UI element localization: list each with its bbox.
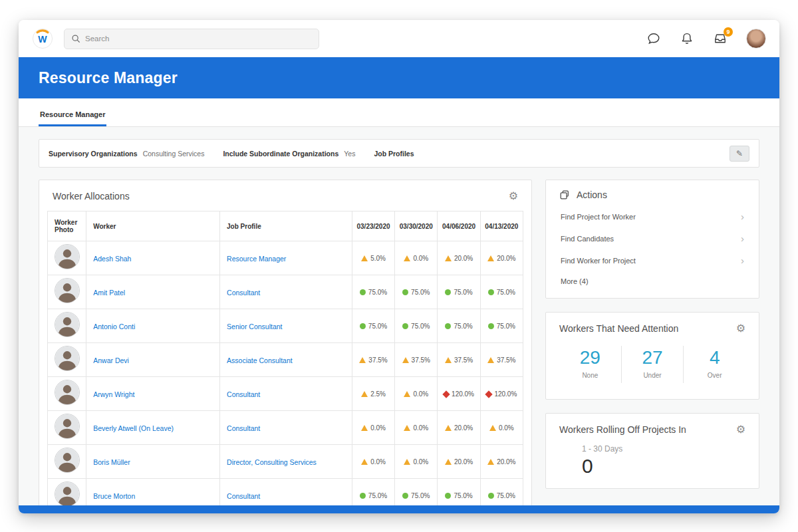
warning-icon bbox=[361, 255, 368, 261]
table-row: Arwyn WrightConsultant2.5%0.0%120.0%120.… bbox=[48, 377, 523, 411]
filter-value: Consulting Services bbox=[143, 150, 205, 158]
allocation-value: 120.0% bbox=[494, 390, 517, 398]
worker-avatar bbox=[55, 448, 80, 473]
allocation-value: 2.5% bbox=[370, 390, 386, 398]
warning-icon bbox=[487, 255, 494, 261]
job-profile-link[interactable]: Resource Manager bbox=[227, 255, 286, 263]
page-header: Resource Manager bbox=[19, 57, 779, 98]
allocation-value: 0.0% bbox=[413, 458, 428, 466]
on-target-icon bbox=[402, 323, 408, 329]
job-profile-link[interactable]: Associate Consultant bbox=[227, 356, 293, 364]
notifications-bell-icon[interactable] bbox=[680, 31, 694, 46]
worker-avatar bbox=[55, 312, 80, 337]
table-row: Amit PatelConsultant75.0%75.0%75.0%75.0% bbox=[48, 275, 523, 309]
gear-icon[interactable]: ⚙ bbox=[736, 424, 745, 435]
allocation-value: 0.0% bbox=[413, 255, 428, 262]
stat-value: 4 bbox=[684, 347, 745, 368]
filter-label: Supervisory Organizations bbox=[49, 150, 138, 158]
edit-filters-button[interactable]: ✎ bbox=[730, 146, 749, 162]
allocation-value: 37.5% bbox=[454, 356, 473, 364]
worker-link[interactable]: Beverly Atwell (On Leave) bbox=[93, 424, 174, 432]
warning-icon bbox=[404, 391, 410, 397]
job-profile-link[interactable]: Consultant bbox=[227, 492, 260, 500]
app-window: W bbox=[19, 20, 779, 513]
worker-link[interactable]: Antonio Conti bbox=[93, 323, 135, 331]
attention-title: Workers That Need Attention bbox=[559, 323, 678, 334]
chat-icon[interactable] bbox=[646, 31, 661, 46]
allocation-value: 75.0% bbox=[368, 289, 387, 296]
allocation-value: 75.0% bbox=[497, 492, 515, 499]
allocations-table: Worker PhotoWorkerJob Profile03/23/20200… bbox=[47, 211, 523, 513]
allocation-value: 75.0% bbox=[497, 323, 515, 330]
worker-allocations-card: Worker Allocations ⚙ Worker PhotoWorkerJ… bbox=[39, 180, 532, 513]
warning-icon bbox=[445, 425, 452, 431]
profile-avatar[interactable] bbox=[746, 29, 766, 49]
worker-link[interactable]: Bruce Morton bbox=[93, 492, 135, 500]
job-profile-link[interactable]: Senior Consultant bbox=[227, 323, 282, 331]
worker-link[interactable]: Amit Patel bbox=[93, 289, 125, 297]
table-row: Antonio ContiSenior Consultant75.0%75.0%… bbox=[48, 309, 523, 343]
action-more[interactable]: More (4) bbox=[559, 271, 745, 291]
chevron-right-icon: › bbox=[741, 255, 744, 265]
page-title: Resource Manager bbox=[39, 69, 178, 87]
job-profile-link[interactable]: Consultant bbox=[227, 424, 260, 432]
allocation-value: 37.5% bbox=[412, 356, 430, 364]
inbox-icon[interactable]: 9 bbox=[713, 31, 728, 46]
allocation-value: 120.0% bbox=[452, 390, 474, 398]
search-bar[interactable] bbox=[64, 29, 319, 49]
card-title: Worker Allocations bbox=[53, 191, 130, 201]
search-icon bbox=[71, 34, 80, 43]
search-input[interactable] bbox=[85, 35, 312, 43]
worker-avatar bbox=[55, 481, 80, 507]
on-target-icon bbox=[402, 493, 408, 499]
action-find-candidates[interactable]: Find Candidates › bbox=[559, 227, 745, 249]
allocation-value: 75.0% bbox=[411, 323, 430, 330]
stat-label: Under bbox=[622, 372, 684, 379]
rolling-off-card: Workers Rolling Off Projects In ⚙ 1 - 30… bbox=[545, 413, 759, 489]
column-header: Worker bbox=[86, 211, 220, 241]
worker-avatar bbox=[55, 346, 80, 371]
gear-icon[interactable]: ⚙ bbox=[509, 191, 518, 201]
allocation-value: 5.0% bbox=[370, 255, 386, 262]
allocation-value: 20.0% bbox=[454, 424, 473, 432]
warning-icon bbox=[404, 459, 410, 465]
tab-resource-manager[interactable]: Resource Manager bbox=[39, 102, 106, 126]
allocation-value: 20.0% bbox=[497, 458, 515, 466]
warning-icon bbox=[359, 357, 366, 363]
allocation-value: 0.0% bbox=[370, 424, 386, 432]
job-profile-link[interactable]: Consultant bbox=[227, 390, 260, 398]
rolling-off-value: 0 bbox=[582, 455, 745, 477]
on-target-icon bbox=[488, 493, 494, 499]
footer-strip bbox=[19, 505, 779, 513]
worker-link[interactable]: Boris Müller bbox=[93, 458, 130, 466]
worker-link[interactable]: Adesh Shah bbox=[93, 255, 131, 263]
action-label: Find Candidates bbox=[561, 235, 614, 243]
stat-none[interactable]: 29 None bbox=[559, 346, 621, 383]
action-find-worker-for-project[interactable]: Find Worker for Project › bbox=[559, 249, 745, 271]
svg-text:W: W bbox=[38, 34, 47, 45]
content-area: Supervisory Organizations Consulting Ser… bbox=[19, 127, 779, 513]
job-profile-link[interactable]: Consultant bbox=[227, 289, 260, 297]
warning-icon bbox=[487, 357, 494, 363]
stat-under[interactable]: 27 Under bbox=[621, 346, 684, 383]
stat-label: Over bbox=[684, 372, 745, 379]
chevron-right-icon: › bbox=[741, 233, 744, 243]
warning-icon bbox=[489, 425, 496, 431]
job-profile-link[interactable]: Director, Consulting Services bbox=[227, 458, 317, 466]
allocation-value: 0.0% bbox=[499, 424, 514, 432]
gear-icon[interactable]: ⚙ bbox=[736, 323, 745, 334]
action-label: More (4) bbox=[561, 277, 589, 285]
filter-label: Include Subordinate Organizations bbox=[223, 150, 338, 158]
on-target-icon bbox=[445, 323, 451, 329]
over-allocated-icon bbox=[485, 390, 493, 398]
workday-logo[interactable]: W bbox=[32, 28, 53, 49]
warning-icon bbox=[487, 459, 494, 465]
action-label: Find Project for Worker bbox=[561, 213, 636, 221]
warning-icon bbox=[445, 357, 452, 363]
action-find-project-for-worker[interactable]: Find Project for Worker › bbox=[559, 205, 745, 227]
column-header: 03/30/2020 bbox=[395, 211, 438, 241]
worker-link[interactable]: Anwar Devi bbox=[93, 356, 129, 364]
worker-link[interactable]: Arwyn Wright bbox=[93, 390, 134, 398]
on-target-icon bbox=[402, 289, 408, 295]
stat-over[interactable]: 4 Over bbox=[683, 346, 745, 383]
